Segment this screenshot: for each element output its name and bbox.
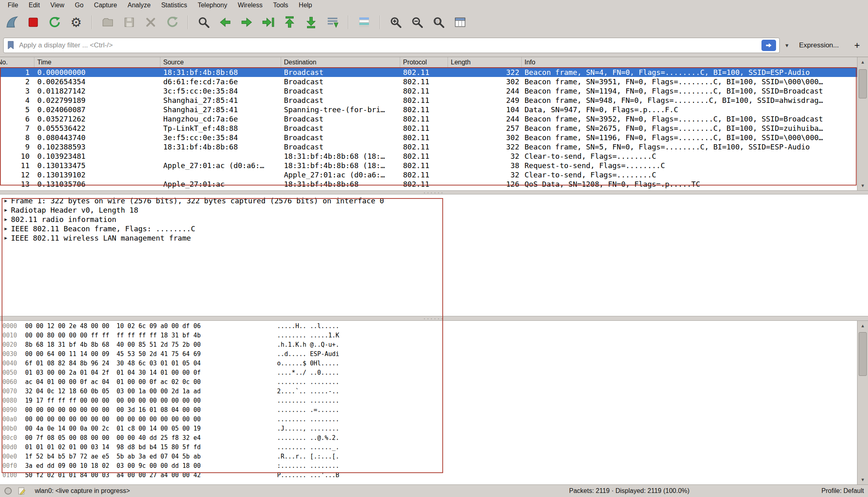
start-capture-button[interactable] bbox=[2, 13, 21, 32]
colorize-button[interactable] bbox=[355, 13, 373, 32]
bytes-scrollbar[interactable]: ▲ ▼ bbox=[857, 321, 868, 484]
hex-row-0000[interactable]: 000000 00 12 00 2e 48 00 00 10 02 6c 09 … bbox=[0, 322, 857, 331]
hex-row-0080[interactable]: 008019 17 ff ff ff 00 00 00 00 00 00 00 … bbox=[0, 396, 857, 405]
menu-item-help[interactable]: Help bbox=[294, 0, 318, 11]
hex-row-00d0[interactable]: 00d001 01 01 02 01 00 03 14 98 d8 bd b4 … bbox=[0, 443, 857, 452]
open-file-button[interactable] bbox=[98, 13, 117, 32]
expander-icon[interactable]: ▸ bbox=[4, 233, 11, 243]
packet-row-4[interactable]: 40.022799189Shanghai_27:85:41Broadcast80… bbox=[0, 96, 857, 105]
scrollbar-thumb[interactable] bbox=[859, 69, 867, 98]
display-filter-input[interactable]: Apply a display filter ... <Ctrl-/> bbox=[3, 38, 780, 53]
packet-row-8[interactable]: 80.0804437403e:f5:cc:0e:35:84Broadcast80… bbox=[0, 133, 857, 142]
hex-row-0060[interactable]: 0060ac 04 01 00 00 0f ac 04 01 00 00 0f … bbox=[0, 378, 857, 387]
packet-row-10[interactable]: 100.10392348118:31:bf:4b:8b:68 (18:…802.… bbox=[0, 151, 857, 161]
column-header-time[interactable]: Time bbox=[34, 57, 160, 67]
packet-cell-no: 2 bbox=[0, 77, 34, 86]
zoom-in-button[interactable] bbox=[386, 13, 405, 32]
menu-item-statistics[interactable]: Statistics bbox=[156, 0, 192, 11]
zoom-out-button[interactable] bbox=[408, 13, 427, 32]
menu-item-go[interactable]: Go bbox=[70, 0, 89, 11]
hex-row-00a0[interactable]: 00a000 00 00 00 00 00 00 00 00 00 00 00 … bbox=[0, 415, 857, 424]
packet-row-12[interactable]: 120.130139102Apple_27:01:ac (d0:a6:…802.… bbox=[0, 170, 857, 179]
column-header-protocol[interactable]: Protocol bbox=[400, 57, 448, 67]
auto-scroll-button[interactable] bbox=[323, 13, 342, 32]
menu-item-analyze[interactable]: Analyze bbox=[122, 0, 156, 11]
scroll-up-icon[interactable]: ▲ bbox=[857, 321, 868, 331]
scrollbar-thumb[interactable] bbox=[859, 332, 867, 376]
hex-row-0100[interactable]: 010050 f2 02 01 01 84 00 03 a4 00 00 27 … bbox=[0, 471, 857, 480]
packet-row-3[interactable]: 30.0118271423c:f5:cc:0e:35:84Broadcast80… bbox=[0, 86, 857, 96]
detail-line-4[interactable]: ▸IEEE 802.11 Beacon frame, Flags: ......… bbox=[0, 224, 868, 233]
resize-columns-button[interactable] bbox=[451, 13, 469, 32]
detail-line-2[interactable]: ▸Radiotap Header v0, Length 18 bbox=[0, 205, 868, 215]
hex-row-0050[interactable]: 005001 03 00 00 2a 01 04 2f 01 04 30 14 … bbox=[0, 368, 857, 378]
packet-row-2[interactable]: 20.002654354d6:61:fe:cd:7a:6eBroadcast80… bbox=[0, 77, 857, 86]
filter-dropdown-button[interactable]: ▾ bbox=[781, 38, 793, 53]
add-filter-button[interactable]: + bbox=[849, 40, 865, 51]
hex-row-00e0[interactable]: 00e01f 52 b4 b5 b7 72 ae e5 5b ab 3a ed … bbox=[0, 452, 857, 461]
capture-comment-icon[interactable] bbox=[16, 486, 28, 496]
packet-row-7[interactable]: 70.055536422Tp-LinkT_ef:48:88Broadcast80… bbox=[0, 124, 857, 133]
menu-item-capture[interactable]: Capture bbox=[89, 0, 122, 11]
hex-row-0030[interactable]: 003000 00 64 00 11 14 00 09 45 53 50 2d … bbox=[0, 350, 857, 359]
expander-icon[interactable]: ▸ bbox=[4, 224, 11, 233]
column-header-destination[interactable]: Destination bbox=[281, 57, 400, 67]
stop-capture-button[interactable] bbox=[24, 13, 43, 32]
packet-cell-no: 3 bbox=[0, 86, 34, 96]
packet-row-11[interactable]: 110.130133475Apple_27:01:ac (d0:a6:…18:3… bbox=[0, 161, 857, 170]
restart-capture-button[interactable] bbox=[45, 13, 64, 32]
hex-row-0040[interactable]: 00406f 01 08 82 84 8b 96 24 30 48 6c 03 … bbox=[0, 359, 857, 368]
scroll-up-icon[interactable]: ▲ bbox=[857, 57, 868, 67]
column-header-length[interactable]: Length bbox=[448, 57, 522, 67]
reload-file-button[interactable] bbox=[163, 13, 181, 32]
scroll-down-icon[interactable]: ▼ bbox=[857, 181, 868, 190]
find-packet-button[interactable] bbox=[194, 13, 213, 32]
bookmark-icon[interactable] bbox=[7, 41, 15, 50]
go-forward-button[interactable] bbox=[237, 13, 256, 32]
close-file-button[interactable] bbox=[141, 13, 160, 32]
column-header-no[interactable]: No. bbox=[0, 57, 34, 67]
zoom-original-button[interactable]: 1:1 bbox=[429, 13, 448, 32]
go-first-packet-button[interactable] bbox=[280, 13, 299, 32]
expander-icon[interactable]: ▸ bbox=[4, 205, 11, 215]
capture-options-button[interactable]: ⚙ bbox=[67, 13, 85, 32]
hex-row-0070[interactable]: 007032 04 0c 12 18 60 0b 05 03 00 1a 00 … bbox=[0, 387, 857, 396]
save-file-button[interactable] bbox=[120, 13, 139, 32]
scroll-down-icon[interactable]: ▼ bbox=[857, 475, 868, 484]
packet-row-6[interactable]: 60.035271262Hangzhou_cd:7a:6eBroadcast80… bbox=[0, 114, 857, 124]
go-last-packet-button[interactable] bbox=[302, 13, 320, 32]
packet-row-13[interactable]: 130.131035706Apple_27:01:ac18:31:bf:4b:8… bbox=[0, 179, 857, 189]
detail-line-1[interactable]: ▸Frame 1: 322 bytes on wire (2576 bits),… bbox=[0, 196, 868, 205]
go-to-packet-button[interactable] bbox=[259, 13, 277, 32]
hex-row-0010[interactable]: 001000 00 80 00 00 00 ff ff ff ff ff ff … bbox=[0, 331, 857, 340]
packet-list-scrollbar[interactable]: ▲ ▼ bbox=[857, 57, 868, 190]
menu-item-wireless[interactable]: Wireless bbox=[232, 0, 268, 11]
column-header-info[interactable]: Info bbox=[522, 57, 857, 67]
expander-icon[interactable]: ▸ bbox=[4, 196, 11, 205]
hex-row-0020[interactable]: 00208b 68 18 31 bf 4b 8b 68 40 00 85 51 … bbox=[0, 340, 857, 350]
expression-button[interactable]: Expression... bbox=[793, 41, 845, 49]
detail-line-5[interactable]: ▸IEEE 802.11 wireless LAN management fra… bbox=[0, 233, 868, 243]
apply-filter-button[interactable] bbox=[761, 40, 776, 51]
hex-row-00f0[interactable]: 00f03a ed dd 09 00 10 18 02 03 00 9c 00 … bbox=[0, 461, 857, 471]
menu-item-tools[interactable]: Tools bbox=[268, 0, 293, 11]
hex-offset: 0100 bbox=[2, 471, 25, 480]
expert-info-icon[interactable] bbox=[2, 486, 14, 496]
hex-row-0090[interactable]: 009000 00 00 00 00 00 00 00 00 3d 16 01 … bbox=[0, 405, 857, 415]
profile-text[interactable]: Profile: Default bbox=[821, 487, 864, 495]
pane-splitter-upper[interactable]: ······ bbox=[0, 190, 868, 194]
detail-line-3[interactable]: ▸802.11 radio information bbox=[0, 215, 868, 224]
menu-item-edit[interactable]: Edit bbox=[23, 0, 45, 11]
packet-row-5[interactable]: 50.024060087Shanghai_27:85:41Spanning-tr… bbox=[0, 105, 857, 114]
menu-item-file[interactable]: File bbox=[2, 0, 23, 11]
expander-icon[interactable]: ▸ bbox=[4, 215, 11, 224]
column-header-source[interactable]: Source bbox=[160, 57, 281, 67]
menu-item-telephony[interactable]: Telephony bbox=[192, 0, 232, 11]
go-back-button[interactable] bbox=[216, 13, 235, 32]
pane-splitter-lower[interactable]: ······ bbox=[0, 316, 868, 321]
hex-row-00b0[interactable]: 00b000 4a 0e 14 00 0a 00 2c 01 c8 00 14 … bbox=[0, 424, 857, 433]
packet-row-9[interactable]: 90.10238859318:31:bf:4b:8b:68Broadcast80… bbox=[0, 142, 857, 151]
hex-row-00c0[interactable]: 00c000 7f 08 05 00 08 00 00 00 00 40 dd … bbox=[0, 433, 857, 443]
menu-item-view[interactable]: View bbox=[45, 0, 69, 11]
packet-row-1[interactable]: 10.00000000018:31:bf:4b:8b:68Broadcast80… bbox=[0, 68, 857, 77]
